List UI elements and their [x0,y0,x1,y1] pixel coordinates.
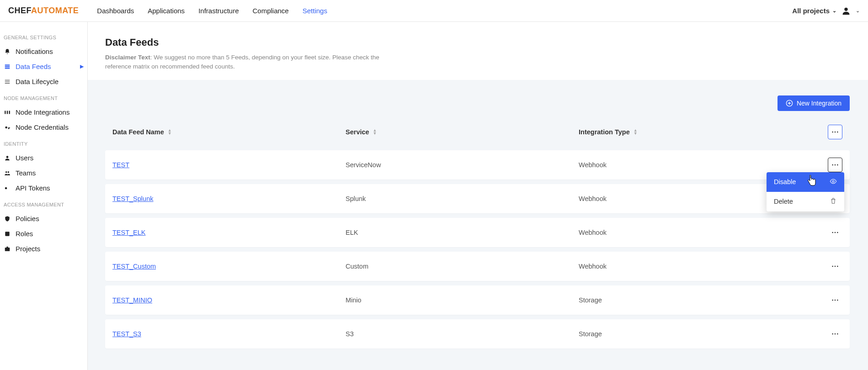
sidebar-item-node-integrations[interactable]: Node Integrations [0,105,87,120]
row-actions-menu: Disable Delete [767,172,844,211]
sidebar-item-projects[interactable]: Projects [0,241,87,256]
svg-point-10 [8,171,9,173]
ellipsis-icon [831,164,839,166]
chevron-down-icon: ⌄ [832,8,836,14]
svg-point-26 [835,232,836,233]
feed-link[interactable]: TEST_ELK [112,229,146,236]
feed-type: Webhook [579,229,820,236]
plus-circle-icon [786,100,793,107]
table-header: Data Feed Name ▲▼ Service ▲▼ Integration… [105,118,850,146]
integrations-icon [4,109,11,116]
svg-point-25 [832,232,833,233]
new-integration-label: New Integration [797,100,841,107]
sidebar-label: Data Lifecycle [16,78,59,85]
sidebar-item-api-tokens[interactable]: API Tokens [0,180,87,196]
projects-dropdown[interactable]: All projects ⌄ [792,7,836,15]
user-menu-chevron-icon[interactable]: ⌄ [856,8,860,14]
trash-icon [830,197,837,206]
sort-icon: ▲▼ [634,129,638,135]
key-icon [4,124,11,131]
svg-point-7 [5,126,7,128]
header-actions-button[interactable] [828,125,842,139]
person-icon [4,155,11,161]
svg-point-9 [5,171,7,173]
table-row: TEST_Splunk Splunk Webhook [105,184,850,213]
svg-point-36 [837,333,838,334]
svg-point-16 [835,131,836,132]
svg-point-27 [837,232,838,233]
ellipsis-icon [831,333,839,335]
nav-applications[interactable]: Applications [148,7,185,15]
row-actions-button[interactable] [828,293,842,307]
svg-point-19 [835,164,836,165]
triangle-right-icon: ▶ [80,63,84,69]
feed-service: Custom [346,263,579,270]
sort-icon: ▲▼ [168,129,172,135]
svg-rect-2 [5,66,10,67]
top-nav: Dashboards Applications Infrastructure C… [97,7,792,15]
svg-point-29 [835,265,836,267]
brand-logo: CHEFAUTOMATE [8,6,79,16]
column-header-service[interactable]: Service ▲▼ [346,128,579,136]
feed-service: ELK [346,229,579,236]
feed-link[interactable]: TEST_S3 [112,330,141,338]
feed-type: Storage [579,330,820,338]
page-title: Data Feeds [105,37,850,48]
sidebar-label: Node Integrations [16,108,69,116]
svg-point-15 [832,131,833,132]
menu-item-disable[interactable]: Disable [767,172,844,192]
sidebar-item-data-lifecycle[interactable]: Data Lifecycle [0,74,87,89]
feed-service: S3 [346,330,579,338]
feed-service: Minio [346,296,579,304]
nav-compliance[interactable]: Compliance [253,7,289,15]
nav-infrastructure[interactable]: Infrastructure [198,7,239,15]
sidebar-item-users[interactable]: Users [0,150,87,165]
svg-point-21 [832,180,834,182]
ellipsis-icon [831,131,839,133]
menu-disable-label: Disable [774,178,796,185]
svg-point-31 [832,299,833,301]
feed-link[interactable]: TEST [112,161,129,169]
feed-type: Webhook [579,263,820,270]
section-access: ACCESS MANAGEMENT [0,196,87,211]
svg-point-28 [832,265,833,267]
feed-link[interactable]: TEST_MINIO [112,296,152,304]
sidebar: GENERAL SETTINGS Notifications Data Feed… [0,22,88,370]
row-actions-button[interactable] [828,259,842,274]
sidebar-label: Data Feeds [16,63,51,70]
row-actions-button[interactable] [828,225,842,240]
svg-point-30 [837,265,838,267]
nav-settings[interactable]: Settings [303,7,327,15]
table-row: TEST_MINIO Minio Storage [105,285,850,315]
row-actions-button[interactable] [828,327,842,341]
col-name-label: Data Feed Name [112,128,164,136]
svg-point-11 [5,187,7,189]
sidebar-label: Roles [16,230,33,238]
column-header-type[interactable]: Integration Type ▲▼ [579,128,820,136]
sidebar-label: Teams [16,169,36,177]
feed-type: Storage [579,296,820,304]
sidebar-item-policies[interactable]: Policies [0,211,87,226]
sidebar-item-node-credentials[interactable]: Node Credentials [0,120,87,135]
menu-item-delete[interactable]: Delete [767,192,844,211]
user-icon[interactable] [841,6,851,16]
sidebar-item-data-feeds[interactable]: Data Feeds ▶ [0,59,87,74]
svg-rect-6 [9,111,10,114]
row-actions-button[interactable] [828,158,842,172]
svg-point-17 [837,131,838,132]
sidebar-item-teams[interactable]: Teams [0,165,87,180]
new-integration-button[interactable]: New Integration [777,95,850,111]
table-row: TEST_ELK ELK Webhook [105,218,850,247]
sidebar-item-roles[interactable]: Roles [0,226,87,241]
feed-link[interactable]: TEST_Splunk [112,195,153,202]
sidebar-item-notifications[interactable]: Notifications [0,44,87,59]
column-header-name[interactable]: Data Feed Name ▲▼ [112,128,346,136]
disclaimer-text: Disclaimer Text: We suggest no more than… [105,53,398,72]
roles-icon [4,231,11,237]
svg-rect-3 [5,68,10,69]
svg-point-0 [844,7,847,11]
feed-service: ServiceNow [346,161,579,169]
feed-link[interactable]: TEST_Custom [112,263,156,270]
svg-rect-4 [5,111,5,114]
nav-dashboards[interactable]: Dashboards [97,7,134,15]
